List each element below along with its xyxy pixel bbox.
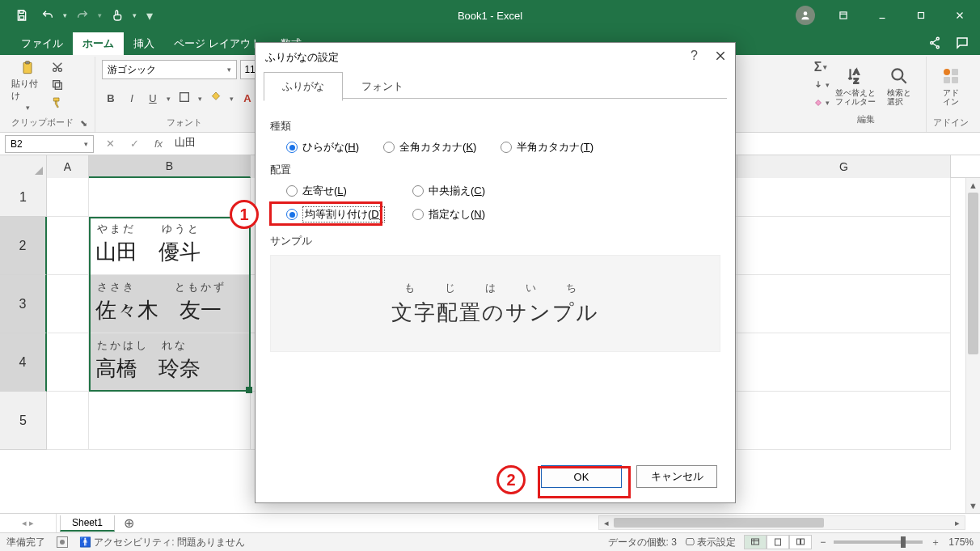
paste-button[interactable]: 貼り付け ▾ <box>11 60 44 112</box>
radio-align-distributed[interactable]: 均等割り付け(D) <box>286 206 388 223</box>
fill-down-icon[interactable]: ▾ <box>812 78 830 92</box>
fx-icon[interactable]: fx <box>150 136 167 152</box>
paste-label: 貼り付け <box>11 78 44 102</box>
vertical-scrollbar[interactable]: ▲ ▼ <box>965 178 980 513</box>
copy-icon[interactable] <box>49 78 66 92</box>
row-header-5[interactable]: 5 <box>0 392 47 450</box>
radio-zenkaku-katakana[interactable]: 全角カタカナ(K) <box>383 140 476 155</box>
row-header-4[interactable]: 4 <box>0 333 47 392</box>
zoom-level[interactable]: 175% <box>948 536 974 548</box>
name-box[interactable]: B2▾ <box>5 135 94 153</box>
sheet-nav-arrows[interactable]: ◂ ▸ <box>0 514 57 532</box>
ribbon-display-options-icon[interactable] <box>825 0 862 31</box>
save-icon[interactable] <box>11 5 32 26</box>
page-layout-view-icon[interactable] <box>767 535 789 549</box>
cell-A4[interactable] <box>47 333 89 392</box>
tab-file[interactable]: ファイル <box>11 32 73 55</box>
cell-A2[interactable] <box>47 217 89 275</box>
find-select-button[interactable]: 検索と 選択 <box>881 60 917 112</box>
svg-rect-12 <box>26 61 30 64</box>
add-sheet-icon[interactable]: ⊕ <box>120 515 137 532</box>
autosum-icon[interactable]: Σ▾ <box>812 60 830 74</box>
bold-button[interactable]: B <box>103 92 118 104</box>
cell-B4[interactable]: たかはし れな 高橋 玲奈 <box>89 333 251 392</box>
redo-icon[interactable] <box>72 5 93 26</box>
ribbon-group-addins: アド イン アドイン <box>927 57 975 132</box>
normal-view-icon[interactable] <box>744 535 767 549</box>
cell-B3-value: 佐々木 友一 <box>95 296 222 324</box>
addins-button[interactable]: アド イン <box>933 60 969 112</box>
cell-B3[interactable]: ささき ともかず 佐々木 友一 <box>89 275 251 333</box>
dialog-tab-font[interactable]: フォント <box>343 72 422 101</box>
close-icon[interactable] <box>941 0 978 31</box>
col-header-A[interactable]: A <box>47 155 89 178</box>
sheet-tab-1[interactable]: Sheet1 <box>60 515 115 532</box>
svg-rect-5 <box>919 13 924 19</box>
ok-button[interactable]: OK <box>541 465 622 488</box>
radio-hiragana[interactable]: ひらがな(H) <box>286 140 359 155</box>
dialog-help-icon[interactable]: ? <box>691 49 698 63</box>
cell-A1[interactable] <box>47 178 89 217</box>
underline-button[interactable]: U <box>146 92 160 104</box>
touch-caret-icon[interactable]: ▾ <box>133 11 137 19</box>
cell-G1[interactable] <box>737 178 951 217</box>
radio-align-left[interactable]: 左寄せ(L) <box>286 184 388 198</box>
dialog-tab-furigana[interactable]: ふりがな <box>264 72 343 101</box>
redo-caret-icon[interactable]: ▾ <box>98 11 102 19</box>
clear-icon[interactable]: ▾ <box>812 95 830 110</box>
cell-B1[interactable] <box>89 178 251 217</box>
cell-B4-ruby: たかはし れな <box>97 338 188 353</box>
fill-color-icon[interactable] <box>209 91 223 106</box>
border-icon[interactable] <box>177 91 192 106</box>
share-icon[interactable] <box>925 33 944 53</box>
italic-button[interactable]: I <box>125 92 139 104</box>
cancel-formula-icon[interactable]: ✕ <box>102 136 118 152</box>
page-break-view-icon[interactable] <box>789 535 812 549</box>
display-settings-button[interactable]: 🖵 表示設定 <box>685 536 736 549</box>
comments-icon[interactable] <box>953 33 972 53</box>
radio-hankaku-katakana[interactable]: 半角カタカナ(T) <box>501 140 593 155</box>
maximize-icon[interactable] <box>902 0 940 31</box>
format-painter-icon[interactable] <box>49 95 66 110</box>
accessibility-status[interactable]: 🚹 アクセシビリティ: 問題ありません <box>79 536 245 549</box>
undo-caret-icon[interactable]: ▾ <box>63 11 67 19</box>
radio-align-none[interactable]: 指定なし(N) <box>412 206 485 223</box>
sort-filter-button[interactable]: AZ 並べ替えと フィルター <box>834 60 877 112</box>
cancel-button[interactable]: キャンセル <box>636 465 717 488</box>
sample-main-text: 文字配置のサンプル <box>391 299 599 327</box>
cell-B5[interactable] <box>89 392 251 450</box>
zoom-in-icon[interactable]: ＋ <box>931 536 940 549</box>
col-header-G[interactable]: G <box>737 155 951 178</box>
tab-insert[interactable]: 挿入 <box>124 32 164 55</box>
cell-B2[interactable]: やまだ ゆうと 山田 優斗 <box>89 217 251 275</box>
dialog-close-icon[interactable] <box>712 48 729 64</box>
row-header-2[interactable]: 2 <box>0 217 47 275</box>
row-header-3[interactable]: 3 <box>0 275 47 333</box>
zoom-out-icon[interactable]: − <box>820 536 826 548</box>
clipboard-launcher-icon[interactable]: ⬊ <box>78 118 88 128</box>
cell-G4[interactable] <box>737 333 951 392</box>
svg-point-10 <box>936 46 939 49</box>
horizontal-scrollbar[interactable]: ◂▸ <box>598 515 965 530</box>
tab-home[interactable]: ホーム <box>73 32 124 55</box>
cell-G3[interactable] <box>737 275 951 333</box>
font-color-icon[interactable]: A <box>240 92 255 104</box>
touch-mode-icon[interactable] <box>107 5 128 26</box>
row-header-1[interactable]: 1 <box>0 178 47 217</box>
cell-A3[interactable] <box>47 275 89 333</box>
font-family-combo[interactable]: 游ゴシック▾ <box>102 60 237 79</box>
select-all-cells[interactable] <box>0 155 47 178</box>
enter-formula-icon[interactable]: ✓ <box>126 136 142 152</box>
col-header-B[interactable]: B <box>89 155 251 178</box>
minimize-icon[interactable] <box>864 0 901 31</box>
cell-G5[interactable] <box>737 392 951 450</box>
zoom-slider[interactable] <box>834 540 923 544</box>
macro-record-icon[interactable] <box>57 536 68 548</box>
radio-align-center[interactable]: 中央揃え(C) <box>412 184 485 198</box>
annotation-badge-1: 1 <box>230 200 259 229</box>
cell-A5[interactable] <box>47 392 89 450</box>
undo-icon[interactable] <box>37 5 58 26</box>
cut-icon[interactable] <box>49 60 66 74</box>
cell-G2[interactable] <box>737 217 951 275</box>
account-avatar[interactable] <box>796 6 815 25</box>
